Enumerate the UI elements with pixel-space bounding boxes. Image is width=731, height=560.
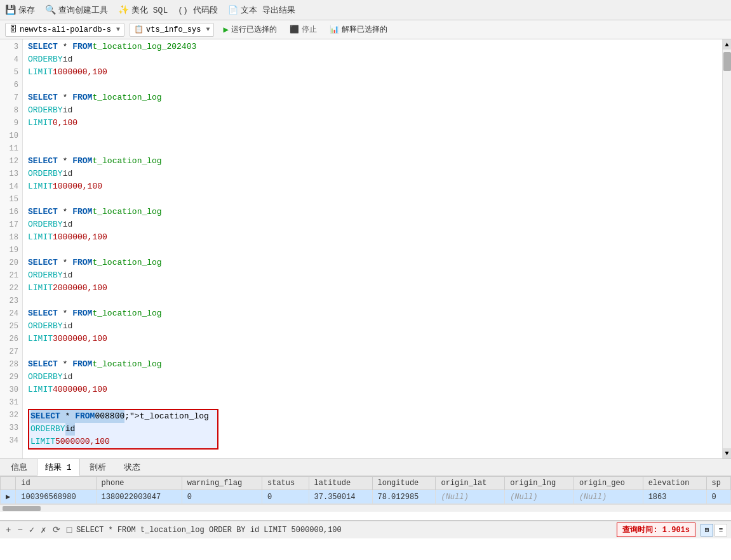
cell-warning_flag: 0 xyxy=(182,490,262,504)
list-view-button[interactable]: ≡ xyxy=(714,524,727,537)
code-line xyxy=(28,79,717,91)
cancel-edit-button[interactable]: ✗ xyxy=(39,524,48,535)
code-line: ORDER BY id xyxy=(28,53,717,66)
connection-bar: 🗄 newvts-ali-polardb-s ▼ 📋 vts_info_sys … xyxy=(0,20,731,39)
line-number: 26 xyxy=(0,333,18,345)
text-export-button[interactable]: 📄 文本 导出结果 xyxy=(228,4,295,16)
column-header-id[interactable]: id xyxy=(16,477,96,490)
result-tabs: 信息结果 1剖析状态 xyxy=(0,458,731,476)
column-header-sp[interactable]: sp xyxy=(706,477,730,490)
stop-button[interactable]: ⬛ 停止 xyxy=(286,23,321,36)
scroll-down-button[interactable]: ▼ xyxy=(723,448,732,458)
scroll-thumb[interactable] xyxy=(723,52,731,71)
beautify-icon: ✨ xyxy=(118,4,129,15)
code-line: ORDER BY id xyxy=(28,168,717,180)
code-line: SELECT * FROM t_location_log xyxy=(28,257,717,269)
column-header-longitude[interactable]: longitude xyxy=(372,477,436,490)
column-header-origin_lat[interactable]: origin_lat xyxy=(436,477,505,490)
code-line xyxy=(28,130,717,142)
cell-elevation: 1863 xyxy=(643,490,706,504)
code-line xyxy=(28,142,717,155)
code-line xyxy=(28,193,717,206)
code-line: LIMIT 1000000,100 xyxy=(28,66,717,79)
code-line: LIMIT 4000000,100 xyxy=(28,383,717,396)
connection-chevron-icon: ▼ xyxy=(116,26,120,33)
line-number: 9 xyxy=(0,117,18,130)
scroll-up-button[interactable]: ▲ xyxy=(723,39,732,50)
code-line: LIMIT 3000000,100 xyxy=(28,333,717,345)
result-tab-状态[interactable]: 状态 xyxy=(116,458,149,476)
line-number: 15 xyxy=(0,193,18,206)
code-line xyxy=(28,244,717,257)
confirm-button[interactable]: ✓ xyxy=(27,524,36,535)
line-number: 29 xyxy=(0,371,18,383)
code-line: ORDER BY id xyxy=(28,320,717,333)
line-number: 12 xyxy=(0,155,18,168)
play-icon: ▶ xyxy=(223,24,228,35)
cell-sp: 0 xyxy=(706,490,730,504)
save-icon: 💾 xyxy=(5,4,16,15)
code-line: LIMIT 2000000,100 xyxy=(28,282,717,295)
cell-latitude: 37.350014 xyxy=(309,490,372,504)
code-line: ORDER BY id xyxy=(28,371,717,383)
query-time-box: 查询时间: 1.901s xyxy=(617,523,695,537)
editor-scrollbar[interactable]: ▲ ▼ xyxy=(722,39,731,458)
remove-row-button[interactable]: − xyxy=(15,525,24,535)
column-header-latitude[interactable]: latitude xyxy=(309,477,372,490)
line-number: 30 xyxy=(0,383,18,396)
grid-view-button[interactable]: ⊞ xyxy=(701,524,713,537)
line-number: 33 xyxy=(0,422,18,434)
add-row-button[interactable]: + xyxy=(4,525,13,535)
selected-sql-block: SELECT * FROM 008800;">t_location_logORD… xyxy=(28,409,218,450)
line-number: 16 xyxy=(0,206,18,218)
line-number: 6 xyxy=(0,79,18,91)
result-tab-结果 1[interactable]: 结果 1 xyxy=(37,458,80,476)
line-number: 28 xyxy=(0,358,18,371)
code-line: SELECT * FROM t_location_log_202403 xyxy=(28,41,717,53)
run-selected-button[interactable]: ▶ 运行已选择的 xyxy=(219,23,280,36)
database-selector[interactable]: 📋 vts_info_sys ▼ xyxy=(130,23,214,37)
line-number: 20 xyxy=(0,257,18,269)
code-editor[interactable]: SELECT * FROM t_location_log_202403ORDER… xyxy=(23,39,722,458)
result-tab-信息[interactable]: 信息 xyxy=(3,458,36,476)
beautify-sql-button[interactable]: ✨ 美化 SQL xyxy=(118,4,168,16)
column-header-elevation[interactable]: elevation xyxy=(643,477,706,490)
query-builder-button[interactable]: 🔍 查询创建工具 xyxy=(45,4,108,16)
explain-icon: 📊 xyxy=(330,25,339,34)
line-number: 11 xyxy=(0,142,18,155)
line-number: 10 xyxy=(0,130,18,142)
code-line: LIMIT 0,100 xyxy=(28,117,717,130)
selected-code-line: SELECT * FROM 008800;">t_location_log xyxy=(30,410,216,423)
connection-selector[interactable]: 🗄 newvts-ali-polardb-s ▼ xyxy=(5,23,124,37)
status-bar: + − ✓ ✗ ⟳ □ SELECT * FROM t_location_log… xyxy=(0,521,731,538)
line-number: 24 xyxy=(0,307,18,320)
line-number: 13 xyxy=(0,168,18,180)
code-line: LIMIT 1000000,100 xyxy=(28,231,717,244)
column-header-origin_lng[interactable]: origin_lng xyxy=(505,477,574,490)
result-table: idphonewarning_flagstatuslatitudelongitu… xyxy=(0,476,731,504)
line-number: 7 xyxy=(0,91,18,104)
column-header-origin_geo[interactable]: origin_geo xyxy=(573,477,643,490)
status-right: 查询时间: 1.901s ⊞ ≡ xyxy=(617,523,727,537)
line-number: 34 xyxy=(0,434,18,447)
query-builder-icon: 🔍 xyxy=(45,4,56,15)
column-header-phone[interactable]: phone xyxy=(96,477,182,490)
database-chevron-icon: ▼ xyxy=(206,26,210,33)
line-number: 19 xyxy=(0,244,18,257)
table-row[interactable]: ▶10039656898013800220030470037.35001478.… xyxy=(1,490,731,504)
code-line xyxy=(28,345,717,358)
result-tab-剖析[interactable]: 剖析 xyxy=(81,458,114,476)
refresh-button[interactable]: ⟳ xyxy=(51,524,62,535)
cell-status: 0 xyxy=(262,490,309,504)
h-scroll-thumb[interactable] xyxy=(3,506,41,511)
save-button[interactable]: 💾 保存 xyxy=(5,4,35,16)
horizontal-scrollbar[interactable] xyxy=(0,504,731,512)
code-snippet-button[interactable]: () 代码段 xyxy=(178,4,217,16)
line-number: 4 xyxy=(0,53,18,66)
settings-button[interactable]: □ xyxy=(65,525,74,535)
column-header-warning_flag[interactable]: warning_flag xyxy=(182,477,262,490)
cell-origin_geo: (Null) xyxy=(573,490,643,504)
code-line: SELECT * FROM t_location_log xyxy=(28,206,717,218)
explain-button[interactable]: 📊 解释已选择的 xyxy=(326,23,391,36)
column-header-status[interactable]: status xyxy=(262,477,309,490)
